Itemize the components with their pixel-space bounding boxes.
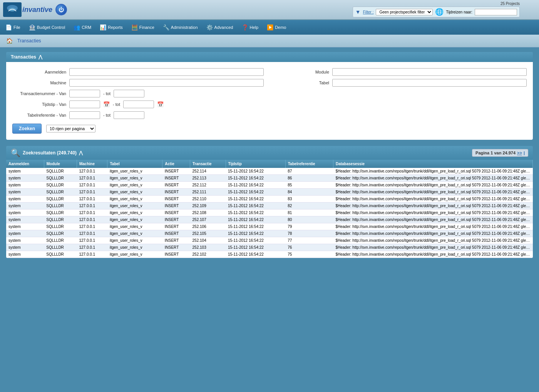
cell-databasesessie: $Header: http://svn.invantive.com/repos/… [333, 196, 532, 203]
cell-aanmelden: system [6, 182, 44, 189]
results-body: Aanmelden Module Machine Tabel Actie Tra… [6, 160, 533, 258]
col-tijdstip: Tijdstip [226, 160, 285, 168]
transactienummer-tot-input[interactable] [114, 90, 144, 97]
pagination-next[interactable]: >> [517, 151, 522, 155]
calendar-tot-icon[interactable]: 📅 [157, 101, 164, 107]
cell-machine: 127.0.0.1 [77, 175, 107, 182]
cell-actie: INSERT [162, 168, 190, 175]
table-row[interactable]: systemSQLLLDR127.0.0.1itgen_user_roles_v… [6, 216, 533, 223]
sidebar-item-crm[interactable]: 👥 CRM [70, 23, 95, 32]
tabelreferentie-tot-input[interactable] [114, 111, 144, 119]
sidebar-item-budget[interactable]: 🏦 Budget Control [25, 23, 69, 32]
cell-transactie: 252.103 [190, 244, 226, 251]
tijdreizen-label: Tijdreizen naar: [446, 10, 472, 14]
table-row[interactable]: systemSQLLLDR127.0.0.1itgen_user_roles_v… [6, 244, 533, 251]
cell-databasesessie: $Header: http://svn.invantive.com/repos/… [333, 168, 532, 175]
nav-label-administration: Administration [171, 25, 198, 30]
cell-aanmelden: system [6, 209, 44, 216]
cell-module: SQLLLDR [44, 251, 77, 258]
tabel-input[interactable] [332, 79, 527, 87]
rows-per-page-select[interactable]: 10 rijen per pagina 25 rijen per pagina … [46, 125, 95, 132]
nav-label-demo: Demo [275, 25, 286, 30]
tijdreizen-input[interactable] [475, 9, 517, 15]
nav-label-file: File [13, 25, 20, 30]
table-row[interactable]: systemSQLLLDR127.0.0.1itgen_user_roles_v… [6, 251, 533, 258]
tabelreferentie-van-input[interactable] [69, 111, 100, 119]
filter-link[interactable]: Filter : [363, 10, 374, 14]
cell-module: SQLLLDR [44, 244, 77, 251]
advanced-icon: ⚙️ [206, 24, 213, 30]
cell-tijdstip: 15-11-2012 16:54:22 [226, 175, 285, 182]
results-table: Aanmelden Module Machine Tabel Actie Tra… [6, 160, 533, 258]
cell-transactie: 252.104 [190, 237, 226, 244]
sidebar-item-administration[interactable]: 🔧 Administration [159, 23, 202, 32]
table-row[interactable]: systemSQLLLDR127.0.0.1itgen_user_roles_v… [6, 230, 533, 237]
cell-module: SQLLLDR [44, 223, 77, 230]
table-row[interactable]: systemSQLLLDR127.0.0.1itgen_user_roles_v… [6, 168, 533, 175]
table-row[interactable]: systemSQLLLDR127.0.0.1itgen_user_roles_v… [6, 175, 533, 182]
table-row[interactable]: systemSQLLLDR127.0.0.1itgen_user_roles_v… [6, 203, 533, 209]
cell-machine: 127.0.0.1 [77, 223, 107, 230]
table-row[interactable]: systemSQLLLDR127.0.0.1itgen_user_roles_v… [6, 209, 533, 216]
crm-icon: 👥 [74, 24, 80, 30]
cell-tabel: itgen_user_roles_v [107, 182, 162, 189]
tijdstip-van-input[interactable] [69, 101, 100, 108]
filter-select[interactable]: Geen projectspecifiek filter [376, 9, 433, 15]
cell-transactie: 252.113 [190, 175, 226, 182]
calendar-van-icon[interactable]: 📅 [103, 101, 110, 107]
cell-databasesessie: $Header: http://svn.invantive.com/repos/… [333, 244, 532, 251]
sidebar-item-advanced[interactable]: ⚙️ Advanced [203, 23, 237, 32]
cell-actie: INSERT [162, 230, 190, 237]
cell-actie: INSERT [162, 237, 190, 244]
table-row[interactable]: systemSQLLLDR127.0.0.1itgen_user_roles_v… [6, 237, 533, 244]
table-row[interactable]: systemSQLLLDR127.0.0.1itgen_user_roles_v… [6, 196, 533, 203]
cell-tijdstip: 15-11-2012 16:54:22 [226, 182, 285, 189]
nav-label-crm: CRM [82, 25, 91, 30]
cell-tabelreferentie: 82 [285, 203, 333, 209]
nav-label-reports: Reports [108, 25, 123, 30]
sidebar-item-finance[interactable]: 🧮 Finance [127, 23, 158, 32]
cell-aanmelden: system [6, 196, 44, 203]
cell-transactie: 252.102 [190, 251, 226, 258]
sidebar-item-file[interactable]: 📄 File [2, 23, 24, 32]
table-row[interactable]: systemSQLLLDR127.0.0.1itgen_user_roles_v… [6, 189, 533, 196]
top-bar: invantive 25 Projects ▼ Filter : Geen pr… [0, 0, 539, 20]
table-row[interactable]: systemSQLLLDR127.0.0.1itgen_user_roles_v… [6, 182, 533, 189]
pagination-last[interactable]: | [524, 151, 525, 155]
transactienummer-van-input[interactable] [69, 90, 100, 97]
cell-tabelreferentie: 80 [285, 216, 333, 223]
main-content: Transacties ⋀ Aanmelden Machine Transact… [0, 47, 539, 269]
administration-icon: 🔧 [163, 24, 169, 30]
tijdstip-tot-input[interactable] [123, 101, 154, 108]
results-panel-header: 🔍 Zoekresultaten (249.740) ⋀ Pagina 1 va… [6, 146, 533, 160]
cell-tabel: itgen_user_roles_v [107, 209, 162, 216]
svg-point-1 [8, 8, 16, 12]
machine-row: Machine [12, 79, 264, 87]
tabel-row: Tabel [275, 79, 527, 87]
home-icon[interactable]: 🏠 [6, 38, 13, 44]
cell-tabelreferentie: 86 [285, 175, 333, 182]
search-panel-title: Transacties [11, 54, 36, 60]
results-table-body: systemSQLLLDR127.0.0.1itgen_user_roles_v… [6, 168, 533, 258]
power-button[interactable]: ⏻ [55, 4, 67, 15]
machine-input[interactable] [69, 79, 264, 87]
collapse-icon[interactable]: ⋀ [38, 54, 42, 60]
sidebar-item-help[interactable]: ❓ Help [238, 23, 263, 32]
cell-tijdstip: 15-11-2012 16:54:22 [226, 237, 285, 244]
cell-tijdstip: 15-11-2012 16:54:22 [226, 251, 285, 258]
tijdstip-tot-label: - tot [113, 102, 120, 107]
results-collapse-icon[interactable]: ⋀ [79, 150, 83, 156]
sidebar-item-reports[interactable]: 📊 Reports [96, 23, 127, 32]
cell-aanmelden: system [6, 251, 44, 258]
cell-tabel: itgen_user_roles_v [107, 203, 162, 209]
results-search-icon: 🔍 [11, 148, 20, 157]
col-tabel: Tabel [107, 160, 162, 168]
module-input[interactable] [332, 68, 527, 76]
sidebar-item-demo[interactable]: ▶️ Demo [263, 23, 290, 32]
table-row[interactable]: systemSQLLLDR127.0.0.1itgen_user_roles_v… [6, 223, 533, 230]
breadcrumb: 🏠 Transacties [0, 35, 539, 47]
aanmelden-input[interactable] [69, 68, 264, 76]
cell-actie: INSERT [162, 196, 190, 203]
search-button[interactable]: Zoeken [12, 124, 42, 134]
module-label: Module [275, 70, 329, 74]
